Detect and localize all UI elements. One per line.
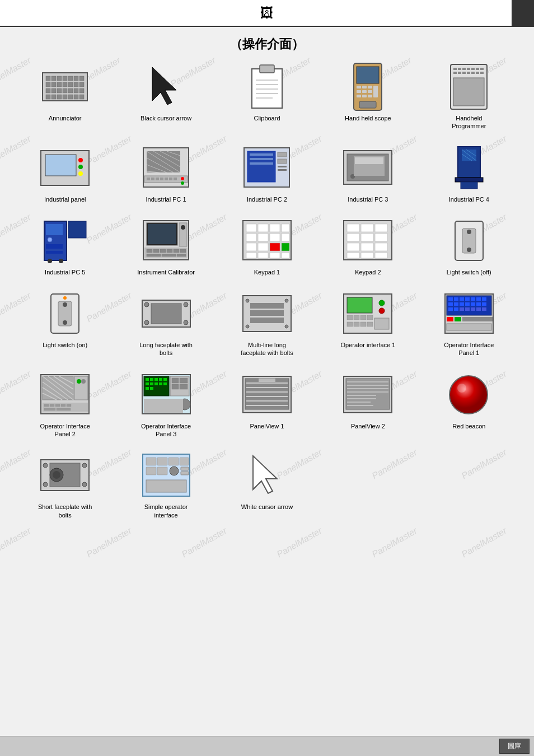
panelview2-label: PanelView 2 [351, 422, 385, 430]
svg-rect-249 [146, 378, 149, 381]
handheld-programmer-label: Handheld Programmer [438, 114, 500, 130]
svg-rect-155 [347, 234, 359, 241]
list-item[interactable]: Clipboard [219, 58, 315, 134]
svg-point-172 [63, 296, 67, 300]
list-item[interactable]: Industrial PC 2 [219, 139, 315, 207]
list-item[interactable]: PanelView 1 [219, 366, 315, 442]
svg-rect-47 [368, 95, 372, 97]
annunciator-label: Annunciator [49, 114, 82, 122]
svg-rect-254 [146, 382, 149, 385]
list-item[interactable]: Industrial panel [17, 139, 113, 207]
svg-rect-93 [278, 159, 287, 164]
svg-rect-194 [354, 322, 359, 326]
annunciator-icon [34, 62, 96, 112]
panelview2-icon [337, 370, 399, 420]
svg-rect-156 [361, 234, 373, 241]
gallery-button[interactable]: 圖庫 [499, 739, 530, 754]
long-faceplate-label: Long faceplate with bolts [135, 341, 197, 357]
list-item[interactable]: Short faceplate with bolts [17, 447, 113, 522]
svg-rect-196 [367, 322, 373, 326]
keypad1-label: Keypad 1 [254, 268, 280, 276]
industrial-pc5-label: Industrial PC 5 [45, 268, 85, 276]
svg-rect-51 [453, 68, 457, 70]
light-switch-off-label: Light switch (off) [447, 268, 491, 276]
multiline-faceplate-icon [236, 288, 298, 339]
list-item[interactable]: Black cursor arrow [118, 58, 214, 134]
svg-rect-217 [454, 307, 458, 311]
list-item[interactable]: Multi-line long faceplate with bolts [219, 285, 315, 361]
list-item[interactable]: Light switch (off) [421, 212, 517, 279]
svg-rect-251 [154, 378, 158, 381]
list-item[interactable]: Keypad 2 [320, 212, 416, 279]
svg-rect-157 [375, 234, 387, 241]
svg-rect-87 [174, 178, 177, 180]
list-item[interactable]: Handheld Programmer [421, 58, 517, 134]
svg-point-177 [184, 320, 188, 325]
short-faceplate-icon [34, 450, 96, 501]
list-item[interactable]: Operator interface 1 [320, 285, 416, 361]
list-item[interactable]: Industrial PC 4 [421, 139, 517, 207]
svg-point-174 [144, 302, 149, 307]
list-item[interactable]: PanelView 2 [320, 366, 416, 442]
list-item[interactable]: Operator Interface Panel 2 [17, 366, 113, 442]
svg-rect-123 [147, 249, 152, 253]
svg-rect-163 [375, 253, 387, 258]
operator-interface1-label: Operator interface 1 [340, 341, 395, 349]
svg-rect-49 [359, 101, 376, 108]
svg-rect-147 [246, 253, 256, 258]
svg-rect-260 [150, 387, 153, 390]
list-item[interactable]: Instrument Calibrator [118, 212, 214, 279]
svg-rect-255 [150, 382, 153, 385]
svg-rect-191 [360, 315, 366, 320]
svg-rect-98 [250, 162, 273, 165]
svg-rect-25 [63, 95, 67, 99]
instrument-calibrator-icon [135, 216, 197, 266]
svg-rect-103 [355, 157, 383, 164]
svg-point-70 [78, 171, 83, 176]
svg-rect-3 [57, 76, 62, 81]
short-faceplate-label: Short faceplate with bolts [34, 503, 96, 519]
svg-point-181 [285, 299, 288, 302]
industrial-pc4-label: Industrial PC 4 [449, 195, 489, 203]
operator-interface-panel3-icon [135, 370, 197, 420]
light-switch-on-icon [34, 288, 96, 339]
svg-rect-276 [259, 379, 275, 382]
svg-rect-207 [476, 297, 481, 301]
svg-rect-240 [44, 404, 49, 407]
svg-rect-210 [454, 302, 458, 306]
list-item[interactable]: White cursor arrow [219, 447, 315, 522]
list-item[interactable]: Annunciator [17, 58, 113, 134]
svg-rect-141 [270, 234, 280, 241]
handheld-scope-label: Hand held scope [345, 114, 391, 122]
svg-rect-221 [476, 307, 481, 311]
svg-rect-302 [146, 467, 156, 475]
list-item[interactable]: Industrial PC 5 [17, 212, 113, 279]
industrial-pc3-label: Industrial PC 3 [348, 195, 388, 203]
white-cursor-icon [236, 450, 298, 501]
svg-point-293 [82, 482, 87, 487]
svg-point-170 [63, 302, 67, 307]
svg-rect-278 [346, 379, 390, 409]
list-item[interactable]: Operator Interface Panel 1 [421, 285, 517, 361]
list-item[interactable]: Light switch (on) [17, 285, 113, 361]
keypad2-icon [337, 216, 399, 266]
panelview1-icon [236, 370, 298, 420]
list-item[interactable]: Hand held scope [320, 58, 416, 134]
list-item[interactable]: Keypad 1 [219, 212, 315, 279]
list-item[interactable]: Long faceplate with bolts [118, 285, 214, 361]
svg-rect-9 [51, 82, 56, 87]
svg-point-296 [53, 471, 60, 479]
multiline-faceplate-label: Multi-line long faceplate with bolts [236, 341, 298, 357]
svg-rect-242 [55, 404, 60, 407]
black-cursor-label: Black cursor arrow [140, 114, 191, 122]
svg-rect-20 [74, 88, 78, 93]
list-item[interactable]: Simple operator interface [118, 447, 214, 522]
list-item[interactable]: Industrial PC 1 [118, 139, 214, 207]
list-item[interactable]: Operator Interface Panel 3 [118, 366, 214, 442]
svg-rect-193 [347, 322, 353, 326]
list-item[interactable]: Industrial PC 3 [320, 139, 416, 207]
svg-point-167 [467, 248, 471, 252]
list-item[interactable]: Red beacon [421, 366, 517, 442]
operator-interface1-icon [337, 288, 399, 339]
svg-rect-153 [361, 224, 373, 232]
